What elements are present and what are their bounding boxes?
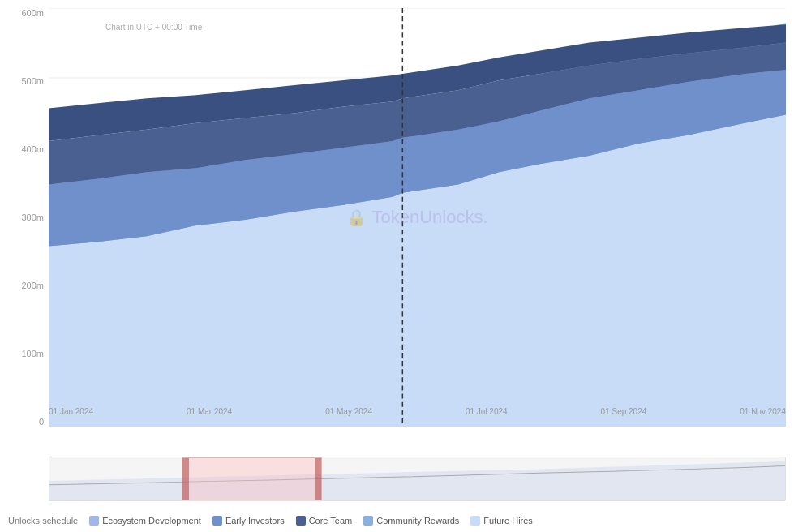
x-label-jan: 01 Jan 2024 bbox=[49, 407, 93, 416]
legend-dot-ecosystem bbox=[89, 516, 99, 526]
legend-label-community-rewards: Community Rewards bbox=[376, 516, 459, 526]
navigator-selection[interactable] bbox=[182, 457, 321, 500]
legend-dot-early-investors bbox=[212, 516, 222, 526]
y-label-300m: 300m bbox=[21, 212, 44, 222]
legend-item-early-investors: Early Investors bbox=[212, 516, 285, 526]
y-label-200m: 200m bbox=[21, 281, 44, 290]
legend-dot-community-rewards bbox=[363, 516, 373, 526]
legend-label-early-investors: Early Investors bbox=[225, 516, 285, 526]
x-axis: 01 Jan 2024 01 Mar 2024 01 May 2024 01 J… bbox=[49, 402, 786, 427]
legend: Unlocks schedule Ecosystem Development E… bbox=[8, 516, 786, 526]
main-chart-area: Chart in UTC + 00:00 Time bbox=[49, 8, 786, 427]
legend-dot-core-team bbox=[296, 516, 306, 526]
legend-label-future-hires: Future Hires bbox=[483, 516, 533, 526]
y-label-100m: 100m bbox=[21, 349, 44, 358]
y-label-400m: 400m bbox=[21, 144, 44, 154]
legend-item-future-hires: Future Hires bbox=[470, 516, 533, 526]
chart-container: 600m 500m 400m 300m 200m 100m 0 Chart in… bbox=[0, 0, 794, 532]
y-axis: 600m 500m 400m 300m 200m 100m 0 bbox=[0, 8, 49, 427]
y-label-500m: 500m bbox=[21, 76, 44, 86]
area-chart-svg: Today bbox=[49, 8, 786, 427]
legend-item-core-team: Core Team bbox=[296, 516, 353, 526]
x-label-jul: 01 Jul 2024 bbox=[466, 407, 508, 416]
x-label-may: 01 May 2024 bbox=[325, 407, 372, 416]
legend-label-ecosystem: Ecosystem Development bbox=[102, 516, 201, 526]
y-label-600m: 600m bbox=[21, 8, 44, 18]
legend-label-core-team: Core Team bbox=[309, 516, 353, 526]
y-label-0: 0 bbox=[39, 417, 44, 427]
navigator[interactable] bbox=[49, 457, 786, 501]
legend-item-community-rewards: Community Rewards bbox=[363, 516, 459, 526]
navigator-svg bbox=[49, 457, 785, 500]
x-label-nov: 01 Nov 2024 bbox=[740, 407, 786, 416]
legend-dot-future-hires bbox=[470, 516, 480, 526]
svg-marker-7 bbox=[49, 461, 785, 500]
legend-item-ecosystem: Ecosystem Development bbox=[89, 516, 201, 526]
navigator-handle-left[interactable] bbox=[182, 458, 189, 500]
x-label-sep: 01 Sep 2024 bbox=[601, 407, 647, 416]
x-label-mar: 01 Mar 2024 bbox=[187, 407, 232, 416]
navigator-handle-right[interactable] bbox=[315, 458, 321, 500]
legend-title: Unlocks schedule bbox=[8, 516, 78, 526]
